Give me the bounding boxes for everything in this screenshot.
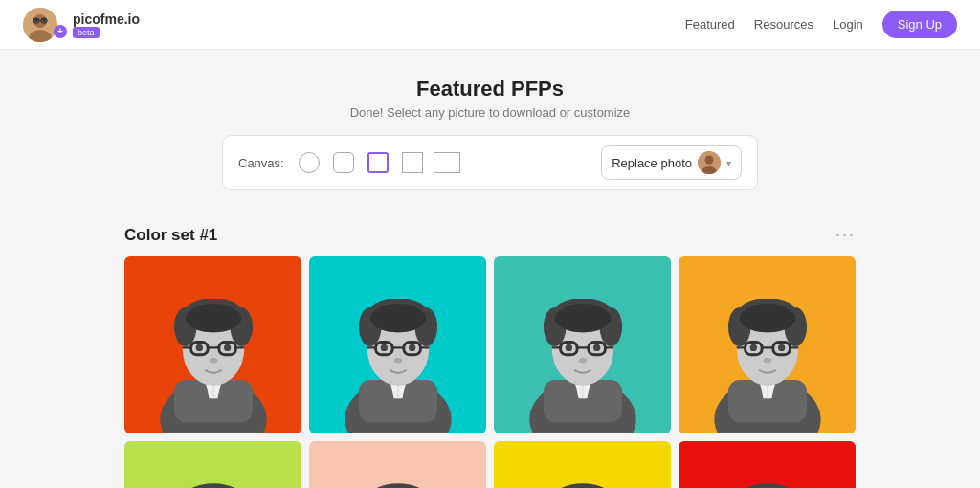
pfp-item[interactable] xyxy=(679,441,856,488)
color-set-menu-button[interactable]: ··· xyxy=(835,225,856,245)
svg-point-63 xyxy=(592,344,599,351)
hero-subtitle: Done! Select any picture to download or … xyxy=(0,105,980,120)
nav-link-featured[interactable]: Featured xyxy=(685,17,735,32)
svg-point-44 xyxy=(380,344,387,351)
svg-point-28 xyxy=(209,358,217,364)
shape-square-button[interactable] xyxy=(399,149,426,176)
circle-shape xyxy=(299,152,320,173)
main-content: Color set #1 ··· xyxy=(0,206,980,488)
logo-text: picofme.io beta xyxy=(73,11,140,38)
signup-button[interactable]: Sign Up xyxy=(882,11,957,38)
svg-point-62 xyxy=(565,344,571,351)
page-title: Featured PFPs xyxy=(0,77,980,101)
toolbar: Canvas: Replace photo xyxy=(222,135,758,190)
svg-point-38 xyxy=(369,304,426,332)
pfp-item[interactable] xyxy=(309,256,486,433)
logo-badge: beta xyxy=(73,27,100,38)
canvas-label: Canvas: xyxy=(238,156,284,170)
canvas-section: Canvas: xyxy=(238,149,460,176)
svg-point-107 xyxy=(367,483,428,488)
svg-point-80 xyxy=(749,344,756,351)
svg-point-143 xyxy=(736,483,797,488)
color-set-title: Color set #1 xyxy=(124,226,217,245)
rounded-square-shape xyxy=(333,152,354,173)
svg-point-125 xyxy=(551,483,612,488)
shape-rounded-square-button[interactable] xyxy=(330,149,357,176)
active-square-shape xyxy=(368,152,389,173)
nav-link-resources[interactable]: Resources xyxy=(754,17,813,32)
logo-name: picofme.io xyxy=(73,11,140,27)
chevron-down-icon: ▾ xyxy=(726,158,731,168)
svg-point-74 xyxy=(739,304,795,332)
svg-point-46 xyxy=(393,358,402,364)
user-avatar-small xyxy=(698,151,721,174)
pfp-item[interactable] xyxy=(124,256,301,433)
shape-wide-square-button[interactable] xyxy=(434,149,460,176)
color-set-header: Color set #1 ··· xyxy=(124,225,856,245)
shape-square-active-button[interactable] xyxy=(365,149,391,176)
logo-avatar xyxy=(23,8,57,42)
nav-links: Featured Resources Login Sign Up xyxy=(685,11,957,38)
hero-section: Featured PFPs Done! Select any picture t… xyxy=(0,50,980,135)
svg-point-9 xyxy=(705,156,714,165)
svg-point-26 xyxy=(195,344,202,351)
shape-circle-button[interactable] xyxy=(296,149,323,176)
svg-point-81 xyxy=(777,344,784,351)
canvas-shapes xyxy=(296,149,460,176)
logo-area: + picofme.io beta xyxy=(23,8,140,42)
pfp-item[interactable] xyxy=(494,441,671,488)
pfp-item[interactable] xyxy=(124,441,301,488)
nav-link-login[interactable]: Login xyxy=(833,17,863,32)
pfp-grid xyxy=(124,256,856,488)
svg-point-20 xyxy=(185,304,241,332)
replace-photo-button[interactable]: Replace photo ▾ xyxy=(601,145,742,180)
svg-point-89 xyxy=(182,483,243,488)
pfp-item[interactable] xyxy=(679,256,856,433)
pfp-item[interactable] xyxy=(494,256,671,433)
pfp-item[interactable] xyxy=(309,441,486,488)
svg-point-64 xyxy=(578,358,587,364)
svg-point-45 xyxy=(408,344,414,351)
plain-square-shape xyxy=(402,152,423,173)
svg-point-56 xyxy=(554,304,611,332)
replace-photo-label: Replace photo xyxy=(612,156,692,170)
svg-point-82 xyxy=(763,358,771,364)
navbar: + picofme.io beta Featured Resources Log… xyxy=(0,0,980,50)
wide-square-shape xyxy=(434,152,460,173)
svg-point-27 xyxy=(223,344,230,351)
